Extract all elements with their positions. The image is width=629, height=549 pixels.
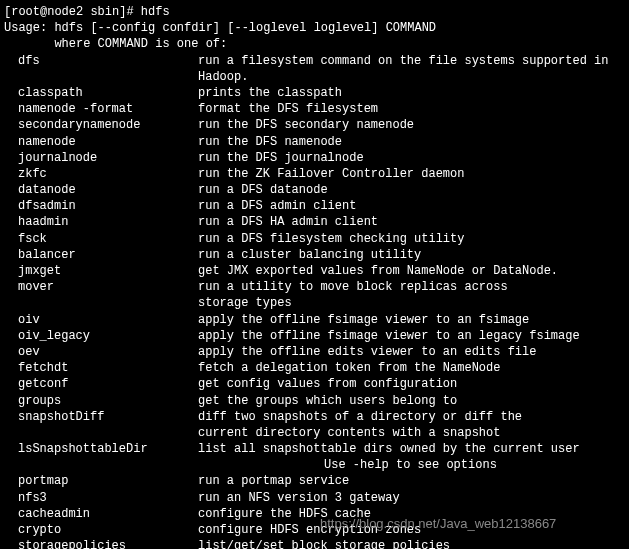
command-name: dfsadmin <box>4 198 198 214</box>
command-row-continuation: storage types <box>4 295 625 311</box>
command-row: dfsrun a filesystem command on the file … <box>4 53 625 85</box>
command-description: apply the offline fsimage viewer to an f… <box>198 312 625 328</box>
command-name: dfs <box>4 53 198 85</box>
command-description-continuation: storage types <box>198 295 625 311</box>
command-name: jmxget <box>4 263 198 279</box>
command-row-continuation: current directory contents with a snapsh… <box>4 425 625 441</box>
command-row: balancerrun a cluster balancing utility <box>4 247 625 263</box>
spacer <box>4 295 198 311</box>
command-description: run a DFS datanode <box>198 182 625 198</box>
command-row: journalnoderun the DFS journalnode <box>4 150 625 166</box>
command-description: apply the offline edits viewer to an edi… <box>198 344 625 360</box>
command-name: classpath <box>4 85 198 101</box>
command-description: list all snapshottable dirs owned by the… <box>198 441 625 457</box>
command-description: format the DFS filesystem <box>198 101 625 117</box>
command-name: portmap <box>4 473 198 489</box>
command-row: haadminrun a DFS HA admin client <box>4 214 625 230</box>
command-name: nfs3 <box>4 490 198 506</box>
help-option-line: Use -help to see options <box>4 457 625 473</box>
command-row: portmaprun a portmap service <box>4 473 625 489</box>
command-name: namenode -format <box>4 101 198 117</box>
command-description: run a DFS filesystem checking utility <box>198 231 625 247</box>
command-description: list/get/set block storage policies <box>198 538 625 549</box>
command-name: getconf <box>4 376 198 392</box>
command-list: dfsrun a filesystem command on the file … <box>4 53 625 549</box>
command-row: namenoderun the DFS namenode <box>4 134 625 150</box>
command-description: apply the offline fsimage viewer to an l… <box>198 328 625 344</box>
usage-line: Usage: hdfs [--config confdir] [--loglev… <box>4 20 625 36</box>
command-name: mover <box>4 279 198 295</box>
command-row: nfs3run an NFS version 3 gateway <box>4 490 625 506</box>
command-row: getconfget config values from configurat… <box>4 376 625 392</box>
command-row: fetchdtfetch a delegation token from the… <box>4 360 625 376</box>
command-row: storagepolicieslist/get/set block storag… <box>4 538 625 549</box>
command-description: prints the classpath <box>198 85 625 101</box>
command-name: datanode <box>4 182 198 198</box>
spacer <box>4 425 198 441</box>
command-name: lsSnapshottableDir <box>4 441 198 457</box>
watermark-text: https://blog.csdn.net/Java_web12138667 <box>320 515 556 533</box>
command-description: run a utility to move block replicas acr… <box>198 279 625 295</box>
command-description: run a filesystem command on the file sys… <box>198 53 625 85</box>
command-row: groupsget the groups which users belong … <box>4 393 625 409</box>
command-row: fsckrun a DFS filesystem checking utilit… <box>4 231 625 247</box>
command-description: run a portmap service <box>198 473 625 489</box>
command-name: journalnode <box>4 150 198 166</box>
command-description: get the groups which users belong to <box>198 393 625 409</box>
command-name: haadmin <box>4 214 198 230</box>
command-name: secondarynamenode <box>4 117 198 133</box>
command-description: get JMX exported values from NameNode or… <box>198 263 625 279</box>
command-description: fetch a delegation token from the NameNo… <box>198 360 625 376</box>
command-name: oiv_legacy <box>4 328 198 344</box>
command-description: diff two snapshots of a directory or dif… <box>198 409 625 425</box>
command-description: run the DFS namenode <box>198 134 625 150</box>
command-row: dfsadminrun a DFS admin client <box>4 198 625 214</box>
command-name: zkfc <box>4 166 198 182</box>
command-row: classpathprints the classpath <box>4 85 625 101</box>
command-row: secondarynamenoderun the DFS secondary n… <box>4 117 625 133</box>
command-row: lsSnapshottableDirlist all snapshottable… <box>4 441 625 457</box>
command-description: run a cluster balancing utility <box>198 247 625 263</box>
command-name: cacheadmin <box>4 506 198 522</box>
command-description-continuation: current directory contents with a snapsh… <box>198 425 625 441</box>
command-row: moverrun a utility to move block replica… <box>4 279 625 295</box>
command-description: run the ZK Failover Controller daemon <box>198 166 625 182</box>
command-name: oev <box>4 344 198 360</box>
command-row: snapshotDiffdiff two snapshots of a dire… <box>4 409 625 425</box>
command-name: fsck <box>4 231 198 247</box>
command-row: oiv_legacyapply the offline fsimage view… <box>4 328 625 344</box>
command-row: zkfcrun the ZK Failover Controller daemo… <box>4 166 625 182</box>
command-description: run an NFS version 3 gateway <box>198 490 625 506</box>
command-name: storagepolicies <box>4 538 198 549</box>
command-description: get config values from configuration <box>198 376 625 392</box>
command-name: oiv <box>4 312 198 328</box>
where-line: where COMMAND is one of: <box>4 36 625 52</box>
command-description: run the DFS journalnode <box>198 150 625 166</box>
command-description: run a DFS HA admin client <box>198 214 625 230</box>
command-name: groups <box>4 393 198 409</box>
command-name: balancer <box>4 247 198 263</box>
command-row: namenode -formatformat the DFS filesyste… <box>4 101 625 117</box>
command-name: fetchdt <box>4 360 198 376</box>
command-name: snapshotDiff <box>4 409 198 425</box>
command-row: datanoderun a DFS datanode <box>4 182 625 198</box>
prompt-line[interactable]: [root@node2 sbin]# hdfs <box>4 4 625 20</box>
command-row: oivapply the offline fsimage viewer to a… <box>4 312 625 328</box>
command-name: namenode <box>4 134 198 150</box>
command-description: run a DFS admin client <box>198 198 625 214</box>
command-row: jmxgetget JMX exported values from NameN… <box>4 263 625 279</box>
command-description: run the DFS secondary namenode <box>198 117 625 133</box>
command-row: oevapply the offline edits viewer to an … <box>4 344 625 360</box>
command-name: crypto <box>4 522 198 538</box>
